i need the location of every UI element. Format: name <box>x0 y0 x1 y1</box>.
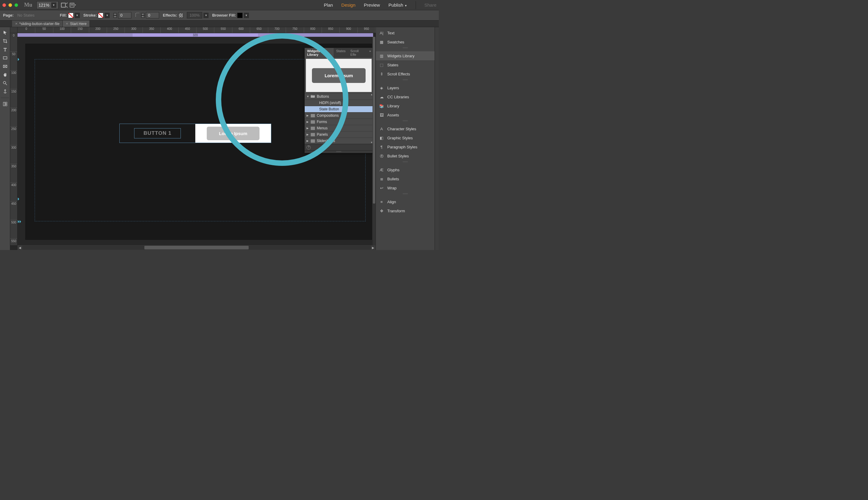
widget-folder-panels[interactable]: ▶ Panels <box>305 131 373 137</box>
close-icon[interactable]: ✕ <box>15 22 18 25</box>
dock-item-cc-libraries[interactable]: ☁CC Libraries <box>376 92 435 101</box>
document-tab[interactable]: ✕ *sliding-button-starter-file <box>12 21 63 27</box>
dock-item-glyphs[interactable]: ÆGlyphs <box>376 165 435 174</box>
dock-item-wrap[interactable]: ↩Wrap <box>376 183 435 192</box>
anchor-tool[interactable] <box>1 88 9 95</box>
scrollbar-track[interactable] <box>22 246 371 250</box>
browser-fill-control[interactable]: Browser Fill: ▼ <box>212 13 249 18</box>
guide-marker-icon[interactable] <box>18 197 21 201</box>
widget-item-hidpi[interactable]: HiDPI (on/off) <box>305 100 373 106</box>
dock-item-assets[interactable]: 🖼Assets <box>376 110 435 120</box>
canvas-vertical-scrollbar[interactable] <box>372 37 375 245</box>
canvas-button-text-frame[interactable]: BUTTON 1 <box>120 124 195 143</box>
close-window-button[interactable] <box>2 3 6 7</box>
browser-fill-swatch-icon[interactable] <box>237 13 243 18</box>
dock-item-bullet-styles[interactable]: ⦿Bullet Styles <box>376 151 435 160</box>
panel-resize-grip[interactable]: ═══ <box>305 150 373 153</box>
widget-folder-menus[interactable]: ▶ Menus <box>305 125 373 131</box>
dock-item-layers[interactable]: ◈Layers <box>376 83 435 92</box>
state-button-widget[interactable]: Lorem Ipsum <box>207 127 259 140</box>
text-tool[interactable] <box>1 46 9 53</box>
widgets-tab-scroll[interactable]: Scroll Effe <box>348 48 367 58</box>
crop-tool[interactable] <box>1 37 9 45</box>
dock-item-swatches[interactable]: ▦Swatches <box>376 37 435 46</box>
vertical-ruler[interactable]: 050100150200250300350400450500550 <box>10 33 18 245</box>
dock-item-character-styles[interactable]: ACharacter Styles <box>376 124 435 133</box>
document-icon[interactable]: ▾ <box>69 2 76 9</box>
canvas-selection-frame[interactable]: BUTTON 1 Lorem Ipsum <box>119 124 271 143</box>
page-state-value[interactable]: No States <box>17 13 34 18</box>
dock-item-text[interactable]: A|Text <box>376 29 435 37</box>
widgets-library-panel[interactable]: Widgets Library States Scroll Effe » Lor… <box>304 48 373 153</box>
opacity-control[interactable]: 100% ▼ <box>187 12 209 19</box>
close-icon[interactable]: ✕ <box>66 22 68 25</box>
dock-expand-strip[interactable] <box>435 27 439 250</box>
frame-tool[interactable] <box>1 63 9 70</box>
layout-tool[interactable] <box>1 100 9 108</box>
spinner-icon[interactable]: ▴▾ <box>141 13 145 18</box>
effects-swatch-icon[interactable] <box>178 13 183 18</box>
zoom-level-dropdown[interactable]: 121% ▼ <box>36 1 58 9</box>
horizontal-ruler[interactable]: 0501001502002503003504004505005506006507… <box>18 27 375 33</box>
effects-control[interactable]: Effects: <box>163 13 183 18</box>
stroke-width-control[interactable]: ▴▾ 0 <box>113 12 131 19</box>
widgets-tab-library[interactable]: Widgets Library <box>305 48 334 58</box>
rectangle-tool[interactable] <box>1 54 9 61</box>
widget-folder-compositions[interactable]: ▶ Compositions <box>305 112 373 118</box>
minimize-window-button[interactable] <box>9 3 12 7</box>
scroll-right-icon[interactable]: ▶ <box>371 246 375 249</box>
stroke-swatch-none-icon[interactable] <box>98 13 103 18</box>
view-icon[interactable] <box>61 2 68 9</box>
help-icon[interactable]: ? <box>306 145 311 150</box>
canvas-widget-dropzone[interactable]: Lorem Ipsum <box>195 124 271 143</box>
ruler-tick: 150 <box>10 89 17 108</box>
fill-swatch-none-icon[interactable] <box>68 13 73 18</box>
widget-folder-slideshows[interactable]: ▶ Slideshows <box>305 137 373 144</box>
zoom-tool[interactable] <box>1 80 9 87</box>
fill-control[interactable]: Fill: ▼ <box>60 13 80 18</box>
widget-folder-forms[interactable]: ▶ Forms <box>305 118 373 125</box>
selection-tool[interactable] <box>1 29 9 36</box>
guide-marker-icon[interactable] <box>18 220 21 223</box>
nav-preview[interactable]: Preview <box>364 2 380 8</box>
scrollbar-thumb[interactable] <box>144 246 249 249</box>
dock-item-align[interactable]: ≡Align <box>376 197 435 206</box>
dock-item-paragraph-styles[interactable]: ¶Paragraph Styles <box>376 142 435 151</box>
canvas-horizontal-scrollbar[interactable]: ◀ ▶ <box>18 245 375 250</box>
canvas-area[interactable]: 0501001502002503003504004505005506006507… <box>10 27 375 250</box>
nav-publish[interactable]: Publish ▼ <box>389 2 407 8</box>
opacity-value[interactable]: 100% <box>187 12 202 19</box>
zoom-window-button[interactable] <box>14 3 18 7</box>
chevron-down-icon: ▼ <box>75 13 80 18</box>
dock-item-states[interactable]: ⬚States <box>376 60 435 69</box>
stroke-control[interactable]: Stroke: ▼ <box>83 13 110 18</box>
nav-design[interactable]: Design <box>342 2 356 8</box>
dock-item-transform[interactable]: ✥Transform <box>376 206 435 215</box>
button-1-label[interactable]: BUTTON 1 <box>134 128 181 138</box>
dock-item-graphic-styles[interactable]: ◧Graphic Styles <box>376 133 435 142</box>
dock-item-library[interactable]: 📚Library <box>376 101 435 110</box>
dock-item-scroll-effects[interactable]: ⇕Scroll Effects <box>376 69 435 78</box>
widget-item-label: HiDPI (on/off) <box>319 101 341 105</box>
scroll-left-icon[interactable]: ◀ <box>18 246 22 249</box>
widget-item-state-button[interactable]: State Button <box>305 106 373 112</box>
corner-radius-control[interactable]: ▴▾ 0 <box>135 12 159 19</box>
corner-value[interactable]: 0 <box>146 12 159 19</box>
stroke-width-value[interactable]: 0 <box>118 12 131 19</box>
widget-folder-buttons[interactable]: ▼ Buttons <box>305 93 373 100</box>
dock-item-widgets-library[interactable]: ▥Widgets Library <box>376 51 435 60</box>
dock-item-bullets[interactable]: ≣Bullets <box>376 174 435 183</box>
hand-tool[interactable] <box>1 71 9 78</box>
ruler-tick: 850 <box>322 27 340 33</box>
nav-share[interactable]: Share <box>424 2 437 8</box>
guide-marker-icon[interactable] <box>18 58 21 61</box>
breakpoint-band[interactable]: 320 <box>18 33 373 37</box>
scrollbar-thumb[interactable] <box>373 37 375 204</box>
widgets-tab-states[interactable]: States <box>334 48 348 58</box>
nav-plan[interactable]: Plan <box>324 2 333 8</box>
separator <box>376 48 435 51</box>
document-tab[interactable]: ✕ Start Here <box>63 21 90 27</box>
ruler-origin[interactable] <box>10 27 18 33</box>
spinner-icon[interactable]: ▴▾ <box>113 13 117 18</box>
collapse-panel-icon[interactable]: » <box>367 48 373 58</box>
